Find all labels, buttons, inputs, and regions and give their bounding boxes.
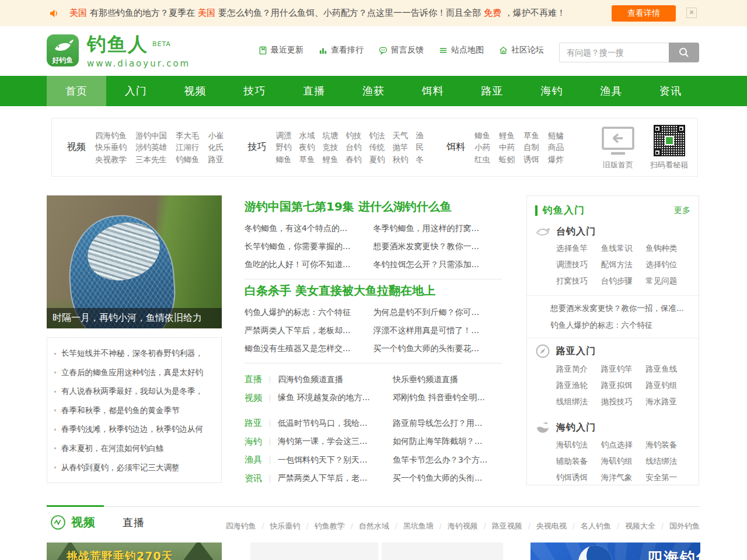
- article-link[interactable]: 快乐垂钓频道直播: [393, 374, 502, 385]
- article-link[interactable]: 钓鱼人爆护的标志：六个特征: [550, 317, 693, 334]
- subnav-link[interactable]: 野钓: [276, 141, 292, 153]
- subnav-link[interactable]: 自制: [523, 141, 539, 153]
- subnav-link[interactable]: 央视教学: [95, 153, 127, 166]
- article-link[interactable]: 四海钓鱼频道直播: [278, 374, 386, 385]
- sidebar-link[interactable]: 路亚钓竿: [601, 360, 646, 377]
- section-title[interactable]: 海钓入门: [556, 422, 596, 434]
- subnav-link[interactable]: 鲢鳙: [548, 130, 564, 142]
- header-link-ranking[interactable]: 查看排行: [319, 45, 364, 55]
- sidebar-link[interactable]: 海矶钓法: [556, 436, 601, 453]
- sidebar-link[interactable]: 线结绑法: [645, 453, 690, 469]
- article-link[interactable]: 缘鱼 环境越复杂的地方...: [278, 393, 386, 403]
- article-link[interactable]: 鱼吃的比人好！可你不知道...: [245, 256, 374, 274]
- subnav-link[interactable]: 鲤鱼: [499, 130, 515, 142]
- subnav-link[interactable]: 诱饵: [523, 153, 539, 166]
- subnav-link[interactable]: 民: [416, 141, 424, 153]
- article-link[interactable]: 浮漂不这样用真是可惜了！...: [374, 321, 502, 340]
- article-link[interactable]: 低温时节钓马口，我给...: [278, 418, 386, 429]
- article-link[interactable]: 想要酒米发窝更快？教你一...: [374, 237, 502, 256]
- sidebar-link[interactable]: 调漂技巧: [556, 256, 601, 272]
- video-thumbnail[interactable]: [250, 542, 378, 560]
- subnav-link[interactable]: 水域: [299, 130, 315, 142]
- article-link[interactable]: 严禁两类人下竿后，老板却...: [245, 321, 374, 340]
- header-link-recent[interactable]: 最近更新: [259, 45, 303, 55]
- featured-story-image[interactable]: 时隔一月，再钓小河，鱼情依旧给力: [47, 195, 222, 328]
- video-cat-link[interactable]: 四海钓鱼: [226, 521, 256, 531]
- subnav-link[interactable]: 草鱼: [523, 130, 539, 142]
- sidebar-link[interactable]: 路亚渔轮: [556, 377, 601, 393]
- subnav-link[interactable]: 蚯蚓: [499, 153, 515, 166]
- headline-1[interactable]: 游钓中国第七第19集 进什么湖钓什么鱼: [245, 199, 502, 214]
- subnav-link[interactable]: 春钓: [346, 153, 362, 166]
- category-label[interactable]: 视频: [245, 393, 266, 404]
- sidebar-link[interactable]: 路亚钓组: [645, 377, 690, 393]
- search-button[interactable]: [669, 43, 699, 62]
- article-link[interactable]: 鲫鱼没有生殖器又是怎样交...: [245, 340, 374, 358]
- subnav-link[interactable]: 夏钓: [369, 153, 385, 166]
- subnav-link[interactable]: 红虫: [474, 153, 490, 166]
- article-link[interactable]: 一包饵料钓天下？别天...: [278, 455, 386, 466]
- nav-item-news[interactable]: 资讯: [641, 76, 700, 106]
- header-link-feedback[interactable]: 留言反馈: [379, 45, 424, 55]
- sidebar-link[interactable]: 鱼线常识: [601, 240, 646, 256]
- subnav-link[interactable]: 钓技: [346, 130, 362, 142]
- sidebar-link[interactable]: 配饵方法: [601, 256, 646, 272]
- subnav-link[interactable]: 快乐垂钓: [95, 141, 127, 153]
- nav-item-sea[interactable]: 海钓: [522, 76, 582, 106]
- category-label[interactable]: 海钓: [245, 436, 266, 447]
- header-link-forum[interactable]: 社区论坛: [499, 45, 544, 55]
- article-link[interactable]: 路亚前导线怎么打？用...: [393, 418, 502, 429]
- subnav-link[interactable]: 涉钓英雄: [135, 141, 167, 153]
- category-label[interactable]: 路亚: [245, 418, 266, 429]
- article-link[interactable]: 邓刚钓鱼 抖音垂钓全明...: [393, 393, 502, 403]
- subnav-link[interactable]: 渔: [416, 130, 424, 142]
- video-cat-link[interactable]: 央视电视: [536, 521, 567, 531]
- subnav-link[interactable]: 冬: [416, 153, 424, 166]
- video-thumbnail[interactable]: [382, 542, 503, 560]
- list-item[interactable]: 立春后的鲫鱼应用这种钓法，真是太好钓: [54, 363, 214, 382]
- list-item[interactable]: 有人说春秋两季最好，我却认为是冬季，: [54, 382, 214, 401]
- section-title[interactable]: 路亚入门: [556, 345, 596, 358]
- subnav-link[interactable]: 商品: [548, 141, 564, 153]
- nav-item-beginner[interactable]: 入门: [106, 76, 166, 106]
- video-cat-link[interactable]: 快乐垂钓: [270, 521, 301, 531]
- subnav-link[interactable]: 路亚: [208, 153, 224, 166]
- nav-item-skill[interactable]: 技巧: [225, 76, 284, 106]
- subnav-link[interactable]: 爆炸: [548, 153, 564, 166]
- sidebar-link[interactable]: 海钓装备: [645, 436, 690, 453]
- sidebar-link[interactable]: 钓点选择: [601, 436, 646, 453]
- subnav-link[interactable]: 台钓: [346, 141, 362, 153]
- subnav-link[interactable]: 小崔: [208, 130, 224, 142]
- article-link[interactable]: 钓鱼人爆护的标志：六个特征: [245, 303, 374, 321]
- subnav-link[interactable]: 李大毛: [176, 130, 200, 142]
- subnav-link[interactable]: 天气: [393, 130, 409, 142]
- video-cat-link[interactable]: 钓鱼教学: [315, 521, 345, 531]
- video-cat-link[interactable]: 名人钓鱼: [581, 521, 611, 531]
- sidebar-link[interactable]: 路亚简介: [556, 360, 601, 377]
- tab-video[interactable]: 视频: [71, 514, 96, 530]
- sidebar-link[interactable]: 台钓步骤: [601, 272, 646, 289]
- sidebar-link[interactable]: 路亚鱼线: [645, 360, 690, 377]
- article-link[interactable]: 冬钓鲫鱼，有这4个特点的...: [245, 219, 374, 237]
- video-cat-link[interactable]: 黑坑鱼塘: [403, 521, 434, 531]
- article-link[interactable]: 海钓第一课，学会这三...: [278, 436, 386, 447]
- video-cat-link[interactable]: 视频大全: [625, 521, 655, 531]
- sidebar-link[interactable]: 线组绑法: [556, 393, 601, 410]
- list-item[interactable]: 春末夏初，在河流如何钓白鲦: [54, 439, 214, 458]
- header-link-sitemap[interactable]: 站点地图: [439, 45, 484, 55]
- subnav-link[interactable]: 小药: [474, 141, 490, 153]
- sidebar-link[interactable]: 海矶钓组: [601, 453, 646, 469]
- article-link[interactable]: 冬季钓鲫鱼，用这样的打窝...: [374, 219, 502, 237]
- nav-item-home[interactable]: 首页: [47, 76, 106, 106]
- video-thumbnail[interactable]: 挑战荒野垂钓270天: [47, 542, 222, 560]
- nav-item-bait[interactable]: 饵料: [403, 76, 463, 106]
- video-cat-link[interactable]: 国外钓鱼: [669, 521, 700, 531]
- sidebar-link[interactable]: 钓饵诱饵: [556, 469, 601, 485]
- subnav-link[interactable]: 钓鲫鱼: [176, 153, 200, 166]
- article-link[interactable]: 鱼竿卡节怎么办？3个方...: [393, 455, 502, 466]
- subnav-link[interactable]: 传统: [369, 141, 385, 153]
- nav-item-catch[interactable]: 渔获: [344, 76, 403, 106]
- old-home-link[interactable]: 旧版首页: [601, 124, 635, 170]
- article-link[interactable]: 如何防止海竿阵截胡？...: [393, 436, 502, 447]
- category-label[interactable]: 直播: [245, 374, 266, 385]
